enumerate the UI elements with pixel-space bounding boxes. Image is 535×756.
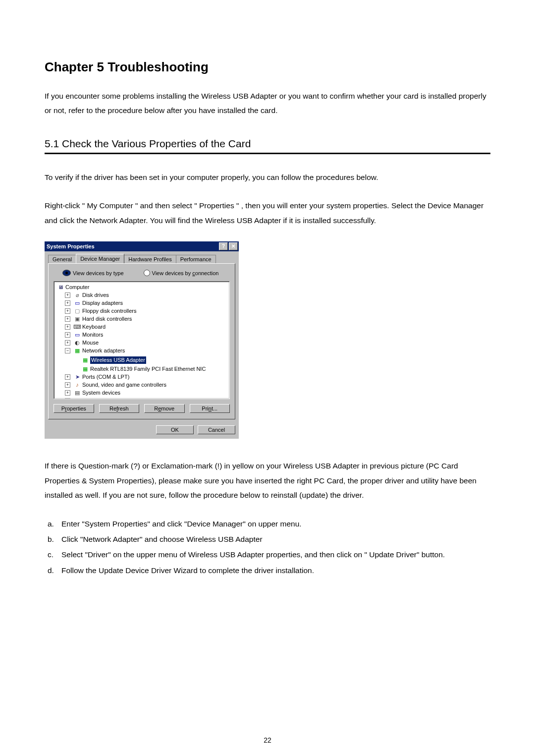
step-letter: b. (48, 532, 56, 546)
step-b: b.Click "Network Adapter" and choose Wir… (48, 532, 490, 546)
tree-label: System devices (82, 389, 120, 397)
step-letter: a. (48, 517, 56, 531)
print-button[interactable]: Print... (190, 404, 230, 413)
tab-device-manager[interactable]: Device Manager (76, 254, 124, 263)
expand-icon[interactable]: + (65, 300, 70, 306)
step-d: d.Follow the Update Device Driver Wizard… (48, 563, 490, 578)
tree-root-label: Computer (65, 284, 89, 291)
tab-performance[interactable]: Performance (176, 255, 216, 264)
refresh-button[interactable]: Refresh (99, 404, 140, 413)
network-icon: ▦ (74, 348, 81, 354)
remove-button[interactable]: Remove (144, 404, 185, 413)
usb-icon: ⇋ (74, 398, 81, 399)
tree-item-system-devices[interactable]: +▤System devices (65, 389, 120, 397)
para-3: If there is Question-mark (?) or Exclama… (45, 459, 490, 502)
tab-panel: View devices by type View devices by con… (48, 263, 235, 419)
tree-item-keyboard[interactable]: +⌨Keyboard (65, 323, 106, 331)
tree-label: Sound, video and game controllers (82, 381, 166, 389)
network-icon: ▦ (82, 366, 89, 372)
close-button[interactable]: ✕ (229, 242, 238, 250)
tree-label: Monitors (82, 331, 103, 339)
radio-dot-icon (62, 270, 71, 276)
step-a: a.Enter "System Properties" and click "D… (48, 517, 490, 531)
tree-item-sound-controllers[interactable]: +♪Sound, video and game controllers (65, 381, 166, 389)
ok-button[interactable]: OK (156, 425, 194, 434)
expand-icon[interactable]: + (65, 382, 70, 388)
step-c: c.Select "Driver" on the upper menu of W… (48, 547, 490, 562)
tree-item-display-adapters[interactable]: +▭Display adapters (65, 299, 123, 307)
expand-icon[interactable]: + (65, 332, 70, 338)
tree-item-realtek-nic[interactable]: ▦Realtek RTL8139 Family PCI Fast Etherne… (73, 365, 206, 373)
network-icon: ▦ (82, 357, 89, 363)
monitor-icon: ▭ (74, 332, 81, 338)
expand-icon[interactable]: + (65, 316, 70, 322)
tab-general[interactable]: General (48, 255, 76, 264)
page-number: 22 (0, 736, 535, 744)
tree-label: Hard disk controllers (82, 315, 132, 323)
radio-by-type[interactable]: View devices by type (62, 270, 124, 276)
tree-item-usb-controllers[interactable]: +⇋Universal Serial Bus controllers (65, 397, 158, 399)
port-icon: ➤ (74, 374, 81, 380)
step-text: Follow the Update Device Driver Wizard t… (61, 563, 314, 578)
section-title: 5.1 Check the Various Properties of the … (45, 138, 490, 150)
radio-by-connection[interactable]: View devices by connection (144, 270, 219, 276)
step-letter: c. (48, 547, 56, 562)
tree-label: Ports (COM & LPT) (82, 373, 129, 381)
display-icon: ▭ (74, 300, 81, 306)
para-2: Right-click " My Computer " and then sel… (45, 198, 490, 228)
tab-strip: General Device Manager Hardware Profiles… (48, 254, 235, 263)
expand-icon[interactable]: + (65, 398, 70, 399)
tree-item-mouse[interactable]: +◐Mouse (65, 339, 99, 347)
mouse-icon: ◐ (74, 340, 81, 346)
expand-icon[interactable]: + (65, 292, 70, 298)
step-text: Click "Network Adapter" and choose Wirel… (61, 532, 263, 546)
disk-icon: ⌀ (74, 292, 81, 298)
tree-label: Wireless USB Adapter (90, 356, 146, 364)
collapse-icon[interactable]: − (65, 348, 70, 353)
tree-item-ports[interactable]: +➤Ports (COM & LPT) (65, 373, 129, 381)
tree-item-monitors[interactable]: +▭Monitors (65, 331, 103, 339)
radio-by-type-label: View devices by type (73, 270, 124, 276)
tree-item-floppy-controllers[interactable]: +▢Floppy disk controllers (65, 307, 136, 315)
tree-root[interactable]: 🖥 Computer (57, 284, 89, 291)
tree-item-disk-drives[interactable]: +⌀Disk drives (65, 291, 109, 299)
tree-item-network-adapters[interactable]: −▦Network adapters (65, 347, 125, 354)
intro-paragraph: If you encounter some problems installin… (45, 89, 490, 118)
tree-label: Universal Serial Bus controllers (82, 397, 158, 399)
keyboard-icon: ⌨ (74, 324, 81, 330)
tree-item-wireless-usb-adapter[interactable]: ▦Wireless USB Adapter (73, 356, 146, 364)
sound-icon: ♪ (74, 382, 81, 388)
expand-icon[interactable]: + (65, 390, 70, 396)
steps-list: a.Enter "System Properties" and click "D… (48, 517, 490, 578)
tree-item-hard-disk-controllers[interactable]: +▣Hard disk controllers (65, 315, 132, 323)
cancel-button[interactable]: Cancel (198, 425, 235, 434)
expand-icon[interactable]: + (65, 324, 70, 330)
tab-hardware-profiles[interactable]: Hardware Profiles (124, 255, 176, 264)
system-properties-window: System Properties ? ✕ General Device Man… (45, 241, 239, 439)
tree-label: Keyboard (82, 323, 106, 331)
floppy-icon: ▢ (74, 308, 81, 314)
properties-button[interactable]: Properties (54, 404, 94, 413)
radio-dot-icon (144, 270, 150, 276)
section-rule (45, 153, 490, 154)
system-icon: ▤ (74, 390, 81, 396)
hdd-icon: ▣ (74, 316, 81, 322)
para-1: To verify if the driver has been set in … (45, 170, 490, 184)
tree-label: Disk drives (82, 291, 109, 299)
radio-by-connection-label: View devices by connection (152, 270, 219, 276)
tree-label: Floppy disk controllers (82, 307, 136, 315)
step-text: Select "Driver" on the upper menu of Wir… (61, 547, 445, 562)
tree-label: Realtek RTL8139 Family PCI Fast Ethernet… (90, 365, 206, 373)
chapter-title: Chapter 5 Troubleshooting (45, 59, 490, 75)
help-button[interactable]: ? (219, 242, 228, 250)
tree-label: Display adapters (82, 299, 123, 307)
window-title: System Properties (47, 243, 95, 249)
computer-icon: 🖥 (57, 284, 64, 291)
step-text: Enter "System Properties" and click "Dev… (61, 517, 302, 531)
device-tree[interactable]: 🖥 Computer +⌀Disk drives +▭Display adapt… (54, 281, 230, 399)
titlebar[interactable]: System Properties ? ✕ (45, 241, 239, 251)
expand-icon[interactable]: + (65, 340, 70, 346)
tree-label: Network adapters (82, 347, 125, 354)
expand-icon[interactable]: + (65, 374, 70, 380)
expand-icon[interactable]: + (65, 308, 70, 314)
